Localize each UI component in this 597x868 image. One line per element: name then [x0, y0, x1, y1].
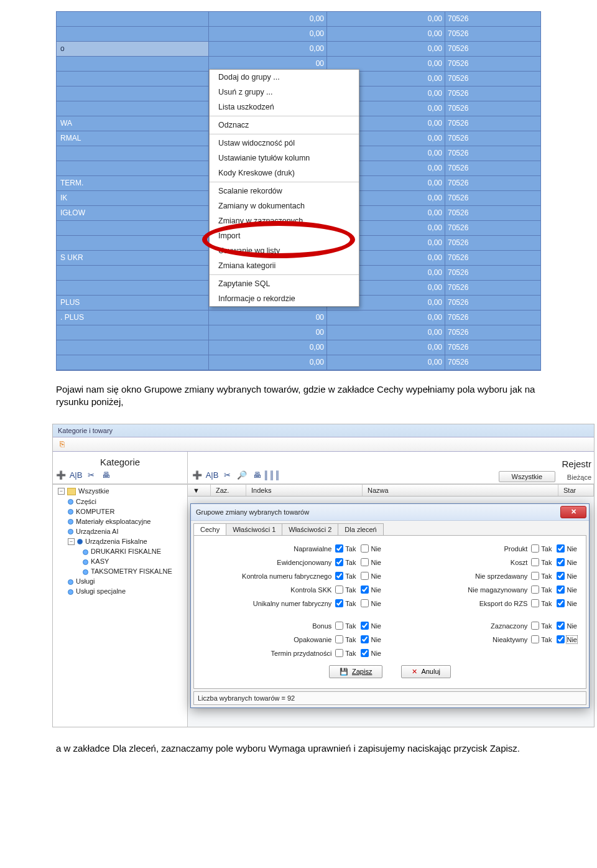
- grid-row-left[interactable]: [57, 266, 209, 281]
- tree-node[interactable]: TAKSOMETRY FISKALNE: [53, 566, 187, 576]
- checkbox-nie[interactable]: Nie: [361, 586, 381, 594]
- context-menu-item[interactable]: Import: [210, 228, 359, 243]
- grid-row-left[interactable]: [57, 281, 209, 296]
- checkbox-tak[interactable]: Tak: [335, 558, 356, 566]
- context-menu-item[interactable]: Scalanie rekordów: [210, 184, 359, 198]
- filter-all-button[interactable]: Wszystkie: [499, 471, 556, 482]
- grid-row-data[interactable]: 000,0070526: [209, 310, 540, 325]
- checkbox-nie[interactable]: Nie: [557, 599, 577, 607]
- context-menu-item[interactable]: Dodaj do grupy ...: [210, 70, 359, 85]
- checkbox-tak[interactable]: Tak: [335, 586, 356, 594]
- exit-icon[interactable]: ⎘: [57, 439, 68, 450]
- checkbox-nie[interactable]: Nie: [557, 622, 577, 630]
- cut-icon[interactable]: ✂: [221, 470, 233, 481]
- context-menu-item[interactable]: Odznacz: [210, 118, 359, 133]
- checkbox-nie[interactable]: Nie: [361, 635, 381, 643]
- tree-node[interactable]: Usługi: [53, 576, 187, 586]
- context-menu-item[interactable]: Lista uszkodzeń: [210, 100, 359, 114]
- grid-row-data[interactable]: 0,000,0070526: [209, 42, 540, 57]
- checkbox-tak[interactable]: Tak: [531, 635, 552, 643]
- print-icon[interactable]: 🖶: [100, 470, 111, 481]
- checkbox-nie[interactable]: Nie: [557, 572, 577, 580]
- grid-row-left[interactable]: TERM.: [57, 176, 209, 191]
- checkbox-nie[interactable]: Nie: [361, 622, 381, 630]
- tree-node[interactable]: DRUKARKI FISKALNE: [53, 546, 187, 556]
- barcode-icon[interactable]: ║║║: [266, 470, 277, 481]
- cut-icon[interactable]: ✂: [85, 470, 96, 481]
- dialog-tab[interactable]: Dla zleceń: [338, 523, 383, 535]
- grid-row-left[interactable]: WA: [57, 116, 209, 131]
- col-zaz[interactable]: Zaz.: [211, 485, 246, 496]
- grid-row-data[interactable]: 0,000,0070526: [209, 355, 540, 370]
- tree-node[interactable]: Urządzenia AI: [53, 526, 187, 536]
- grid-row-left[interactable]: PLUS: [57, 296, 209, 310]
- tree-node[interactable]: −Urządzenia Fiskalne: [53, 536, 187, 547]
- grid-row-data[interactable]: 000,0070526: [209, 325, 540, 340]
- checkbox-nie[interactable]: Nie: [361, 558, 381, 566]
- grid-row-left[interactable]: [57, 12, 209, 27]
- grid-row-left[interactable]: o: [57, 42, 209, 57]
- grid-row-data[interactable]: 0,000,0070526: [209, 27, 540, 42]
- checkbox-nie[interactable]: Nie: [361, 649, 381, 657]
- tree-node[interactable]: Usługi specjalne: [53, 586, 187, 596]
- col-star[interactable]: Star: [558, 485, 594, 496]
- checkbox-tak[interactable]: Tak: [335, 599, 356, 607]
- grid-row-left[interactable]: . PLUS: [57, 310, 209, 325]
- context-menu-item[interactable]: Zmiany w zaznaczonych: [210, 213, 359, 228]
- checkbox-tak[interactable]: Tak: [531, 558, 552, 566]
- add-icon[interactable]: ➕: [192, 470, 203, 481]
- grid-row-left[interactable]: [57, 325, 209, 340]
- checkbox-tak[interactable]: Tak: [531, 544, 552, 553]
- context-menu-item[interactable]: Zamiany w dokumentach: [210, 198, 359, 213]
- tree-node[interactable]: −Wszystkie: [53, 486, 187, 497]
- context-menu-item[interactable]: Ustaw widoczność pól: [210, 136, 359, 151]
- col-nazwa[interactable]: Nazwa: [363, 485, 558, 496]
- grid-row-left[interactable]: [57, 101, 209, 116]
- rename-icon[interactable]: A|B: [70, 470, 81, 481]
- grid-row-left[interactable]: [57, 221, 209, 236]
- checkbox-tak[interactable]: Tak: [531, 572, 552, 580]
- grid-row-data[interactable]: 0,000,0070526: [209, 12, 540, 27]
- grid-row-left[interactable]: [57, 340, 209, 355]
- tree-node[interactable]: KASY: [53, 556, 187, 566]
- category-tree[interactable]: −WszystkieCzęściKOMPUTERMateriały eksplo…: [53, 484, 188, 727]
- checkbox-tak[interactable]: Tak: [531, 599, 552, 607]
- grid-row-left[interactable]: [57, 236, 209, 251]
- checkbox-tak[interactable]: Tak: [531, 622, 552, 630]
- grid-row-left[interactable]: S UKR: [57, 251, 209, 266]
- checkbox-nie[interactable]: Nie: [361, 572, 381, 580]
- grid-row-left[interactable]: [57, 27, 209, 42]
- checkbox-nie[interactable]: Nie: [557, 586, 577, 594]
- checkbox-tak[interactable]: Tak: [335, 635, 356, 643]
- close-icon[interactable]: ✕: [560, 506, 586, 518]
- context-menu-item[interactable]: Ustawianie tytułów kolumn: [210, 151, 359, 166]
- grid-row-left[interactable]: [57, 72, 209, 86]
- context-menu-item[interactable]: Usuń z grupy ...: [210, 85, 359, 100]
- checkbox-tak[interactable]: Tak: [335, 649, 356, 657]
- checkbox-nie[interactable]: Nie: [557, 635, 577, 643]
- grid-row-left[interactable]: [57, 355, 209, 370]
- add-icon[interactable]: ➕: [55, 470, 67, 481]
- print-icon[interactable]: 🖶: [251, 470, 262, 481]
- checkbox-nie[interactable]: Nie: [361, 599, 381, 607]
- context-menu-item[interactable]: Informacje o rekordzie: [210, 291, 359, 306]
- checkbox-tak[interactable]: Tak: [335, 572, 356, 580]
- checkbox-tak[interactable]: Tak: [335, 622, 356, 630]
- dialog-tab[interactable]: Właściwości 2: [282, 523, 338, 535]
- zapisz-button[interactable]: 💾 Zapisz: [329, 665, 382, 678]
- grid-row-left[interactable]: IGŁOW: [57, 206, 209, 221]
- anuluj-button[interactable]: ✕ Anuluj: [401, 665, 451, 678]
- dialog-tab[interactable]: Cechy: [193, 523, 226, 535]
- rename-icon[interactable]: A|B: [206, 470, 218, 481]
- checkbox-nie[interactable]: Nie: [557, 544, 577, 553]
- grid-row-data[interactable]: 0,000,0070526: [209, 340, 540, 355]
- col-indeks[interactable]: Indeks: [246, 485, 363, 496]
- context-menu-item[interactable]: Kody Kreskowe (druk): [210, 166, 359, 180]
- grid-row-left[interactable]: [57, 57, 209, 72]
- search-icon[interactable]: 🔎: [236, 470, 248, 481]
- checkbox-tak[interactable]: Tak: [335, 544, 356, 553]
- grid-row-left[interactable]: [57, 86, 209, 101]
- tree-node[interactable]: KOMPUTER: [53, 506, 187, 516]
- tree-node[interactable]: Części: [53, 497, 187, 506]
- checkbox-tak[interactable]: Tak: [531, 586, 552, 594]
